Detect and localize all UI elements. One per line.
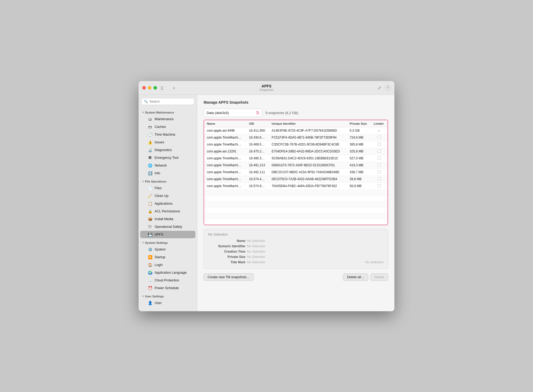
apfs-icon: 💾 (148, 232, 152, 237)
section-label-system-maintenance: System Maintenance (145, 111, 174, 114)
sidebar-item-power-schedule[interactable]: ⏰ Power Schedule (140, 284, 195, 292)
cell-uid: 0060A1F3-7872-434F-BE02-52151850CF61 (269, 162, 347, 169)
sidebar-item-applications[interactable]: 📋 Applications (140, 200, 195, 207)
create-tm-snapshots-button[interactable]: Create new TM snapshots… (204, 273, 254, 281)
table-row[interactable]: com.apple.TimeMachi…16.492.111DBC2CC07-6… (204, 169, 387, 176)
cell-limiter[interactable] (371, 183, 387, 189)
disk-select[interactable]: Data (disk3s5) ⇅ (204, 109, 262, 117)
checkbox-icon[interactable] (378, 184, 381, 187)
sidebar-item-caches[interactable]: 🗃 Caches (140, 123, 195, 131)
info-icon: ℹ️ (148, 171, 152, 176)
sidebar-item-startup[interactable]: ▶️ Startup (140, 253, 195, 261)
minimize-button[interactable] (148, 86, 151, 90)
sidebar-item-time-machine[interactable]: 🕐 Time Machine (140, 131, 195, 138)
sidebar-item-network[interactable]: 🌐 Network (140, 162, 195, 169)
sidebar-item-label: Info (155, 171, 160, 175)
sidebar-item-cloud-protection[interactable]: ☁️ Cloud Protection (140, 277, 195, 284)
sidebar-item-maintenance[interactable]: 🗂 Maintenance (140, 115, 195, 123)
cell-limiter[interactable] (371, 141, 387, 148)
titlebar-actions: ⤢ ? (377, 85, 391, 91)
selection-panel: No Selection Name No Selection Numeric I… (204, 229, 388, 269)
clean-up-icon: 🧹 (148, 193, 152, 198)
cell-limiter[interactable] (371, 155, 387, 162)
sidebar-item-user[interactable]: 👤 User (140, 299, 195, 307)
selection-grid: Name No Selection Numeric Identifier No … (208, 239, 383, 264)
checkbox-icon[interactable] (378, 149, 381, 153)
cell-name: com.apple.TimeMachi… (204, 141, 246, 148)
sidebar-item-install-media[interactable]: 📦 Install Media (140, 215, 195, 223)
sidebar-item-emergency-tool[interactable]: 🛠 Emergency Tool (140, 154, 195, 161)
sel-label-creation-time: Creation Time (208, 250, 245, 253)
cell-limiter[interactable] (371, 162, 387, 169)
cell-limiter[interactable] (371, 148, 387, 155)
sidebar-item-issues[interactable]: ⚠️ Issues (140, 139, 195, 146)
cell-limiter[interactable] (371, 134, 387, 141)
sidebar-item-label: Maintenance (155, 117, 174, 121)
back-button[interactable]: ‹ (173, 85, 175, 91)
search-input[interactable] (150, 100, 192, 103)
sidebar-item-operational-safety[interactable]: 🛡 Operational Safety (140, 223, 195, 231)
cell-limiter[interactable] (371, 176, 387, 183)
checkbox-icon[interactable] (378, 163, 381, 167)
applications-icon: 📋 (148, 201, 152, 206)
checkbox-icon[interactable] (378, 156, 381, 160)
sel-value-private-size: No Selection (247, 255, 383, 259)
sidebar-section-system-settings[interactable]: ▾ System Settings (139, 239, 197, 245)
checkbox-icon[interactable] (378, 136, 381, 139)
sidebar-section-file-operations[interactable]: ▾ File Operations (139, 177, 197, 184)
cell-limiter[interactable]: ✓ (371, 127, 387, 134)
table-row[interactable]: com.apple.TimeMachi…16.574.4…0EC075C0-7A… (204, 176, 387, 183)
sidebar-item-apfs[interactable]: 💾 APFS (140, 231, 195, 238)
table-row[interactable]: com.apple.asr.1329116.475.2…E704DFE4-28B… (204, 148, 387, 155)
sidebar-item-label: Files (155, 186, 161, 190)
table-row[interactable]: com.apple.TimeMachi…16.480.3…5C09AB31-D4… (204, 155, 387, 162)
sidebar-item-application-language[interactable]: 🌍 Application Language (140, 269, 195, 276)
section-label-file-operations: File Operations (145, 180, 166, 183)
cell-limiter[interactable] (371, 169, 387, 176)
sidebar-item-acl-permissions[interactable]: 🔒 ACL Permissions (140, 208, 195, 215)
sidebar-item-info[interactable]: ℹ️ Info (140, 169, 195, 177)
operational-safety-icon: 🛡 (148, 224, 152, 229)
caches-icon: 🗃 (148, 124, 152, 129)
delete-all-button[interactable]: Delete all… (343, 273, 368, 281)
checkbox-icon[interactable] (378, 170, 381, 173)
close-button[interactable] (142, 86, 146, 90)
sidebar-item-diagnostics[interactable]: 🔬 Diagnostics (140, 146, 195, 154)
col-header-xid: XID (246, 120, 269, 127)
sidebar-item-label: Time Machine (155, 133, 175, 136)
empty-row (204, 219, 387, 225)
search-box[interactable]: 🔍 (141, 98, 194, 105)
sidebar-item-system[interactable]: ⚙️ System (140, 246, 195, 253)
table-row[interactable]: com.apple.TimeMachi…16.574.9…70A05D64-FA… (204, 183, 387, 189)
section-title: Manage APFS Snapshots (204, 100, 388, 104)
sel-value-numeric-id: No Selection (247, 244, 383, 248)
sidebar-toggle-icon[interactable]: ▯ (161, 85, 163, 90)
cell-size: 385,8 MB (347, 141, 371, 148)
cell-xid: 16.469.5… (246, 141, 269, 148)
collapse-button[interactable]: ⤢ (377, 85, 382, 91)
table-row[interactable]: com.apple.TimeMachi…16.434.6…FC51F3F4-4D… (204, 134, 387, 141)
delete-button[interactable]: Delete (370, 273, 388, 281)
table-row[interactable]: com.apple.TimeMachi…16.469.5…C3DCFC3B-76… (204, 141, 387, 148)
titlebar-subtitle: Snapshots (260, 88, 273, 91)
sidebar-item-label: Emergency Tool (155, 156, 178, 160)
sidebar-section-user-settings[interactable]: ▾ User Settings (139, 292, 197, 299)
cell-uid: DBC2CC07-6BDC-415A-9F92-7A9AD49B348D (269, 169, 347, 176)
col-header-uid: Unique Identifier (269, 120, 347, 127)
cell-name: com.apple.TimeMachi… (204, 169, 246, 176)
cell-size: 527,0 MB (347, 155, 371, 162)
table-row[interactable]: com.apple.TimeMachi…16.491.2130060A1F3-7… (204, 162, 387, 169)
table-row[interactable]: com.apple.asr.949616.411.850A14E3F9E-972… (204, 127, 387, 134)
sidebar-item-clean-up[interactable]: 🧹 Clean Up (140, 192, 195, 200)
sidebar-item-label: System (155, 248, 166, 251)
checkbox-icon[interactable] (378, 143, 381, 146)
empty-row (204, 201, 387, 207)
checkbox-icon[interactable] (378, 177, 381, 180)
help-button[interactable]: ? (385, 85, 391, 91)
sidebar-item-files[interactable]: 📄 Files (140, 184, 195, 192)
sidebar-item-login[interactable]: 🏠 Login (140, 261, 195, 269)
sidebar-section-system-maintenance[interactable]: ▾ System Maintenance (139, 108, 197, 115)
empty-row (204, 189, 387, 195)
maximize-button[interactable] (154, 86, 157, 90)
issues-icon: ⚠️ (148, 140, 152, 145)
